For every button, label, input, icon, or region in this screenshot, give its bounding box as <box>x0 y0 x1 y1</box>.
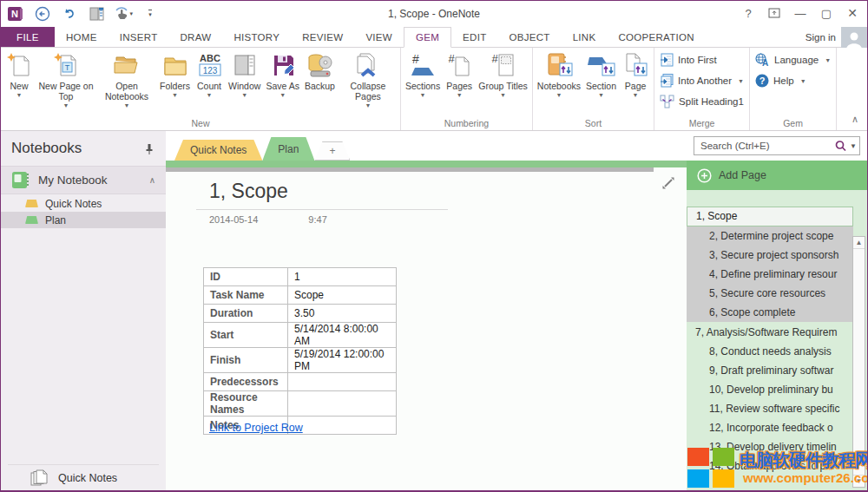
title-underline <box>196 209 448 210</box>
tab-insert[interactable]: INSERT <box>108 27 169 47</box>
sidebar-quick-notes[interactable]: Quick Notes <box>8 464 159 490</box>
ribbon-folders-button[interactable]: Folders▼ <box>157 49 193 116</box>
save-as-icon <box>269 51 297 79</box>
page-list-item[interactable]: 5, Secure core resources <box>687 284 853 303</box>
page-list-item[interactable]: 2, Determine project scope <box>687 226 853 246</box>
page-title[interactable]: 1, Scope <box>209 180 288 203</box>
ribbon-group-new: New▼TNew Page on Top▼Open Notebooks▼Fold… <box>1 48 401 130</box>
tab-history[interactable]: HISTORY <box>222 27 291 47</box>
add-section-tab[interactable]: + <box>314 141 350 161</box>
table-row-value[interactable] <box>288 373 397 391</box>
page-list-item[interactable]: 1, Scope <box>687 207 853 226</box>
table-row-value[interactable]: 5/19/2014 12:00:00 PM <box>288 348 397 373</box>
page-list-item[interactable]: 12, Incorporate feedback o <box>687 418 853 437</box>
ribbon-save-as-button[interactable]: Save As▼ <box>263 49 302 116</box>
back-button[interactable] <box>33 4 52 23</box>
undo-button[interactable] <box>60 4 79 23</box>
add-page-label: Add Page <box>719 169 766 181</box>
page-list-item[interactable]: 14, Obtain approvals to pro <box>687 456 853 476</box>
section-tab-plan[interactable]: Plan <box>262 137 314 161</box>
pages-scrollbar[interactable]: ▲ ▼ <box>852 236 865 488</box>
dock-to-desktop-button[interactable] <box>87 4 106 23</box>
search-box[interactable]: ▼ <box>694 136 860 155</box>
close-button[interactable]: ✕ <box>839 1 865 25</box>
sidebar-section-quick-notes[interactable]: Quick Notes <box>1 195 166 212</box>
ribbon-open-notebooks-button[interactable]: Open Notebooks▼ <box>96 49 157 116</box>
project-row-link[interactable]: Link to Project Row <box>209 422 303 434</box>
table-row-value[interactable] <box>288 417 397 435</box>
tab-view[interactable]: VIEW <box>354 27 404 47</box>
ribbon-backup-button[interactable]: Backup <box>302 49 338 116</box>
tab-object[interactable]: OBJECT <box>497 27 561 47</box>
scroll-up-arrow[interactable]: ▲ <box>853 237 865 249</box>
tab-review[interactable]: REVIEW <box>291 27 354 47</box>
table-row-value[interactable]: 3.50 <box>288 305 397 323</box>
page-list-item[interactable]: 6, Scope complete <box>687 303 853 322</box>
touch-mouse-mode-button[interactable]: ▾ <box>114 4 133 23</box>
table-row-value[interactable]: Scope <box>288 286 397 305</box>
page-list-item[interactable]: 10, Develop preliminary bu <box>687 380 853 399</box>
tab-cooperation[interactable]: COOPERATION <box>607 27 705 47</box>
maximize-button[interactable]: ▢ <box>813 1 839 25</box>
search-icon[interactable] <box>834 140 847 153</box>
page-list-item[interactable]: 8, Conduct needs analysis <box>687 342 853 361</box>
ribbon-section-button[interactable]: Section▼ <box>583 49 619 116</box>
collapse-ribbon-button[interactable]: ∧ <box>852 114 858 125</box>
avatar[interactable] <box>841 27 867 48</box>
ribbon-display-options-button[interactable] <box>761 1 787 25</box>
table-row-label: Duration <box>204 305 288 323</box>
ribbon-group-gem: ALanguage▼?Help▼Gem <box>750 48 837 130</box>
minimize-button[interactable]: — <box>787 1 813 25</box>
chevron-up-icon[interactable]: ∧ <box>149 175 155 185</box>
ribbon-pages-button[interactable]: #Pages▼ <box>443 49 476 116</box>
ribbon-sections-button[interactable]: #Sections▼ <box>403 49 443 116</box>
page-list-item[interactable]: 7, Analysis/Software Requirem <box>687 323 853 342</box>
page-date: 2014-05-14 <box>209 214 258 225</box>
page-list-item[interactable]: 9, Draft preliminary softwar <box>687 361 853 380</box>
page-list: 1, Scope2, Determine project scope3, Sec… <box>687 190 867 490</box>
tab-link[interactable]: LINK <box>562 27 608 47</box>
ribbon-count-button[interactable]: ABC123Count▼ <box>193 49 226 116</box>
table-row-value[interactable] <box>288 391 397 417</box>
page-list-item[interactable]: 4, Define preliminary resour <box>687 265 853 284</box>
tab-draw[interactable]: DRAW <box>168 27 222 47</box>
svg-text:T: T <box>65 63 70 72</box>
search-input[interactable] <box>694 141 834 151</box>
ribbon-notebooks-button[interactable]: Notebooks▼ <box>535 49 583 116</box>
tab-file[interactable]: FILE <box>1 27 55 47</box>
tab-edit[interactable]: EDIT <box>451 27 497 47</box>
section-label: Quick Notes <box>45 198 102 210</box>
tab-home[interactable]: HOME <box>55 27 108 47</box>
page-list-item[interactable]: 13, Develop delivery timelin <box>687 437 853 456</box>
table-row-value[interactable]: 1 <box>288 268 397 286</box>
resize-diagonal-icon[interactable] <box>661 175 676 191</box>
table-row: Resource Names <box>204 391 397 417</box>
ribbon-window-button[interactable]: Window▼ <box>226 49 263 116</box>
ribbon-language-button[interactable]: ALanguage▼ <box>755 52 831 68</box>
help-button[interactable]: ? <box>735 1 761 25</box>
ribbon-into-first-button[interactable]: Into First <box>660 52 744 68</box>
sidebar-section-plan[interactable]: Plan <box>1 212 166 228</box>
ribbon-button-label: Notebooks <box>537 81 581 91</box>
ribbon-group-titles-button[interactable]: #Group Titles▼ <box>476 49 530 116</box>
ribbon-new-button[interactable]: New▼ <box>3 49 36 116</box>
sign-in-link[interactable]: Sign in <box>806 27 836 48</box>
pin-icon[interactable] <box>145 143 154 155</box>
section-tab-quick-notes[interactable]: Quick Notes <box>174 140 262 161</box>
page-list-item[interactable]: 11, Review software specific <box>687 399 853 418</box>
add-page-button[interactable]: Add Page <box>687 161 867 190</box>
scroll-down-arrow[interactable]: ▼ <box>853 475 865 487</box>
ribbon-help-button[interactable]: ?Help▼ <box>755 73 831 89</box>
dropdown-arrow-icon: ▼ <box>825 57 831 63</box>
ribbon-collapse-pages-button[interactable]: Collapse Pages▼ <box>338 49 398 116</box>
ribbon-split-heading1-button[interactable]: Split Heading1 <box>660 94 744 109</box>
page-list-item[interactable]: 3, Secure project sponsorsh <box>687 246 853 265</box>
customize-qat-button[interactable]: ▾ <box>141 4 160 23</box>
tab-gem[interactable]: GEM <box>404 27 451 48</box>
ribbon-new-page-on-top-button[interactable]: TNew Page on Top▼ <box>36 49 96 116</box>
ribbon-into-another-button[interactable]: Into Another▼ <box>660 73 744 89</box>
search-scope-dropdown[interactable]: ▼ <box>847 142 859 150</box>
table-row-value[interactable]: 5/14/2014 8:00:00 AM <box>288 323 397 348</box>
notebook-my-notebook[interactable]: My Notebook ∧ <box>1 166 166 194</box>
ribbon-page-button[interactable]: Page▼ <box>619 49 652 116</box>
